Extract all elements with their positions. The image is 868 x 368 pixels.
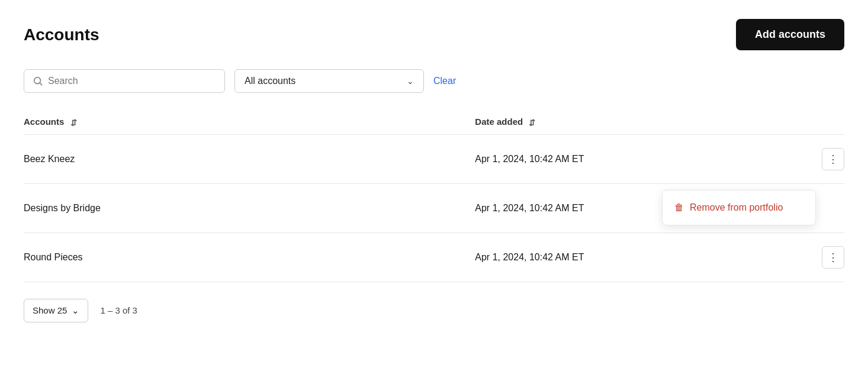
account-name: Round Pieces	[24, 233, 475, 282]
filters-row: All accounts ⌄ Clear	[24, 69, 844, 93]
account-date: Apr 1, 2024, 10:42 AM ET	[475, 233, 762, 282]
search-input[interactable]	[48, 76, 216, 86]
dropdown-label: All accounts	[245, 76, 295, 86]
chevron-down-icon: ⌄	[72, 305, 79, 316]
account-date: Apr 1, 2024, 10:42 AM ET	[475, 134, 762, 183]
col-header-action	[762, 109, 844, 134]
col-header-date: Date added ⇵	[475, 109, 762, 134]
page-container: Accounts Add accounts All accounts ⌄ Cle…	[0, 0, 868, 341]
sort-icon-date[interactable]: ⇵	[529, 118, 535, 127]
all-accounts-dropdown[interactable]: All accounts ⌄	[234, 69, 424, 93]
action-cell: ⋮ 🗑 Remove from portfolio	[762, 183, 844, 233]
action-cell: ⋮	[762, 134, 844, 183]
svg-point-0	[34, 78, 41, 84]
header: Accounts Add accounts	[24, 19, 844, 50]
show-select-label: Show 25	[33, 305, 67, 315]
page-title: Accounts	[24, 25, 99, 44]
accounts-table: Accounts ⇵ Date added ⇵ Beez Kneez Apr 1…	[24, 109, 844, 282]
trash-icon: 🗑	[674, 202, 684, 213]
col-header-accounts: Accounts ⇵	[24, 109, 475, 134]
show-select[interactable]: Show 25 ⌄	[24, 299, 88, 322]
account-name: Beez Kneez	[24, 134, 475, 183]
action-cell: ⋮	[762, 233, 844, 282]
search-icon	[33, 76, 43, 86]
table-row: Round Pieces Apr 1, 2024, 10:42 AM ET ⋮	[24, 233, 844, 282]
more-menu-button[interactable]: ⋮	[822, 246, 844, 269]
remove-from-portfolio-item[interactable]: 🗑 Remove from portfolio	[663, 194, 815, 221]
table-row: Designs by Bridge Apr 1, 2024, 10:42 AM …	[24, 183, 844, 233]
svg-line-1	[40, 83, 42, 85]
context-menu: 🗑 Remove from portfolio	[662, 190, 816, 225]
sort-icon-accounts[interactable]: ⇵	[70, 118, 77, 127]
chevron-down-icon: ⌄	[407, 76, 414, 86]
account-name: Designs by Bridge	[24, 183, 475, 233]
pagination-info: 1 – 3 of 3	[100, 305, 137, 315]
table-row: Beez Kneez Apr 1, 2024, 10:42 AM ET ⋮	[24, 134, 844, 183]
remove-label: Remove from portfolio	[690, 202, 783, 213]
search-wrapper	[24, 69, 225, 93]
add-accounts-button[interactable]: Add accounts	[736, 19, 844, 50]
more-menu-button[interactable]: ⋮	[822, 148, 844, 170]
pagination-row: Show 25 ⌄ 1 – 3 of 3	[24, 299, 844, 322]
clear-link[interactable]: Clear	[433, 76, 456, 86]
table-header-row: Accounts ⇵ Date added ⇵	[24, 109, 844, 134]
